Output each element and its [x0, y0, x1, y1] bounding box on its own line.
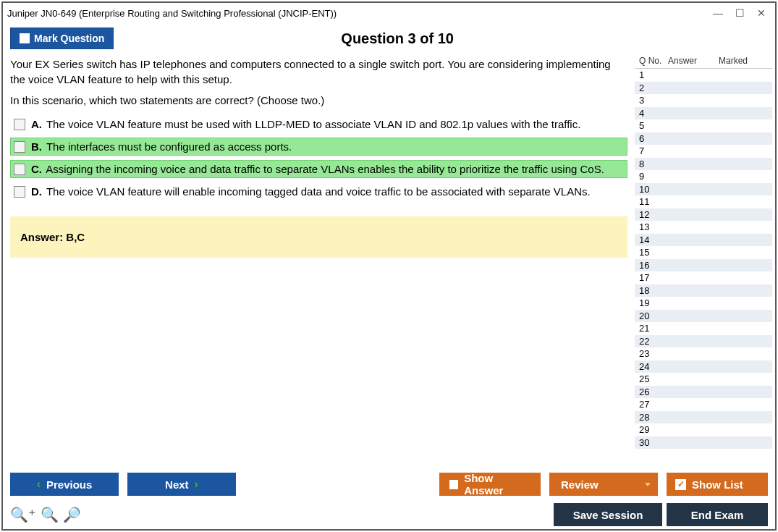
- zoom-out-icon[interactable]: 🔎: [63, 506, 81, 523]
- nav-button-row: ‹ Previous Next › Show Answer Review ✓ S…: [10, 473, 768, 496]
- question-counter: Question 3 of 10: [114, 30, 768, 47]
- square-icon: [449, 480, 458, 489]
- checkbox-icon[interactable]: [14, 186, 25, 198]
- app-window: Juniper JN0-649 (Enterprise Routing and …: [1, 1, 777, 531]
- list-item[interactable]: 12: [635, 208, 772, 221]
- header-bar: Mark Question Question 3 of 10: [3, 23, 775, 51]
- list-item[interactable]: 1: [635, 69, 772, 82]
- checkbox-icon[interactable]: [14, 164, 25, 175]
- list-item[interactable]: 20: [635, 310, 772, 323]
- next-label: Next: [165, 478, 189, 491]
- col-answer: Answer: [668, 56, 719, 66]
- mark-question-label: Mark Question: [34, 33, 104, 44]
- list-item[interactable]: 16: [635, 259, 772, 272]
- secondary-button-row: 🔍⁺ 🔍 🔎 Save Session End Exam: [10, 503, 768, 526]
- end-exam-button[interactable]: End Exam: [667, 503, 768, 526]
- close-icon[interactable]: ✕: [756, 8, 766, 18]
- list-item[interactable]: 19: [635, 297, 772, 310]
- list-item[interactable]: 23: [635, 347, 772, 360]
- question-pane: Your EX Series switch has IP telephones …: [3, 51, 635, 467]
- minimize-icon[interactable]: —: [713, 8, 723, 18]
- options-group: A. The voice VLAN feature must be used w…: [10, 115, 627, 200]
- question-list-header: Q No. Answer Marked: [635, 54, 772, 69]
- previous-label: Previous: [46, 478, 92, 491]
- maximize-icon[interactable]: ☐: [735, 8, 745, 18]
- review-label: Review: [561, 478, 599, 491]
- list-item[interactable]: 3: [635, 94, 772, 107]
- option-text: D. The voice VLAN feature will enable in…: [31, 185, 591, 198]
- list-item[interactable]: 21: [635, 322, 772, 335]
- list-item[interactable]: 6: [635, 132, 772, 145]
- list-item[interactable]: 13: [635, 221, 772, 234]
- next-button[interactable]: Next ›: [127, 473, 236, 496]
- list-item[interactable]: 25: [635, 373, 772, 386]
- save-session-label: Save Session: [573, 509, 643, 521]
- chevron-right-icon: ›: [195, 478, 198, 491]
- show-answer-button[interactable]: Show Answer: [439, 473, 541, 496]
- list-item[interactable]: 18: [635, 284, 772, 297]
- list-item[interactable]: 2: [635, 82, 772, 95]
- previous-button[interactable]: ‹ Previous: [10, 473, 119, 496]
- show-answer-label: Show Answer: [464, 472, 530, 497]
- option-text: C. Assigning the incoming voice and data…: [31, 163, 604, 175]
- list-item[interactable]: 11: [635, 195, 772, 208]
- question-text: Your EX Series switch has IP telephones …: [10, 56, 627, 87]
- end-exam-label: End Exam: [691, 509, 744, 521]
- list-item[interactable]: 17: [635, 271, 772, 284]
- option-text: A. The voice VLAN feature must be used w…: [31, 118, 580, 130]
- option-row[interactable]: D. The voice VLAN feature will enable in…: [10, 182, 627, 200]
- chevron-down-icon: [645, 483, 651, 486]
- window-controls: — ☐ ✕: [713, 8, 771, 18]
- window-title: Juniper JN0-649 (Enterprise Routing and …: [7, 8, 713, 19]
- question-instruction: In this scenario, which two statements a…: [10, 94, 627, 106]
- body-area: Your EX Series switch has IP telephones …: [3, 51, 775, 467]
- question-list[interactable]: 1234567891011121314151617181920212223242…: [635, 69, 772, 463]
- bottom-bar: ‹ Previous Next › Show Answer Review ✓ S…: [3, 467, 775, 529]
- list-item[interactable]: 14: [635, 234, 772, 247]
- save-session-button[interactable]: Save Session: [554, 503, 662, 526]
- question-list-panel: Q No. Answer Marked 12345678910111213141…: [635, 54, 772, 463]
- checkbox-icon[interactable]: [14, 141, 25, 153]
- list-item[interactable]: 15: [635, 246, 772, 259]
- mark-question-button[interactable]: Mark Question: [10, 28, 114, 49]
- show-list-button[interactable]: ✓ Show List: [667, 473, 768, 496]
- answer-box: Answer: B,C: [10, 216, 627, 258]
- list-item[interactable]: 5: [635, 119, 772, 132]
- checked-icon: ✓: [675, 479, 686, 490]
- list-item[interactable]: 22: [635, 335, 772, 348]
- col-qno: Q No.: [639, 56, 668, 66]
- titlebar: Juniper JN0-649 (Enterprise Routing and …: [3, 3, 775, 23]
- checkbox-icon: [20, 33, 30, 43]
- list-item[interactable]: 10: [635, 183, 772, 196]
- list-item[interactable]: 24: [635, 360, 772, 373]
- chevron-left-icon: ‹: [37, 478, 41, 491]
- zoom-controls: 🔍⁺ 🔍 🔎: [10, 506, 81, 523]
- review-button[interactable]: Review: [549, 473, 658, 496]
- list-item[interactable]: 4: [635, 107, 772, 120]
- zoom-reset-icon[interactable]: 🔍: [41, 506, 59, 523]
- list-item[interactable]: 8: [635, 158, 772, 171]
- list-item[interactable]: 9: [635, 170, 772, 183]
- list-item[interactable]: 29: [635, 423, 772, 436]
- list-item[interactable]: 28: [635, 411, 772, 424]
- option-row[interactable]: A. The voice VLAN feature must be used w…: [10, 115, 627, 133]
- checkbox-icon[interactable]: [14, 119, 25, 130]
- option-row[interactable]: C. Assigning the incoming voice and data…: [10, 160, 627, 178]
- col-marked: Marked: [719, 56, 771, 66]
- list-item[interactable]: 27: [635, 398, 772, 411]
- option-row[interactable]: B. The interfaces must be configured as …: [10, 138, 627, 156]
- list-item[interactable]: 7: [635, 145, 772, 158]
- list-item[interactable]: 26: [635, 386, 772, 399]
- answer-label: Answer: B,C: [20, 231, 85, 243]
- zoom-in-icon[interactable]: 🔍⁺: [10, 506, 36, 523]
- list-item[interactable]: 30: [635, 436, 772, 449]
- show-list-label: Show List: [692, 478, 743, 491]
- option-text: B. The interfaces must be configured as …: [31, 140, 292, 153]
